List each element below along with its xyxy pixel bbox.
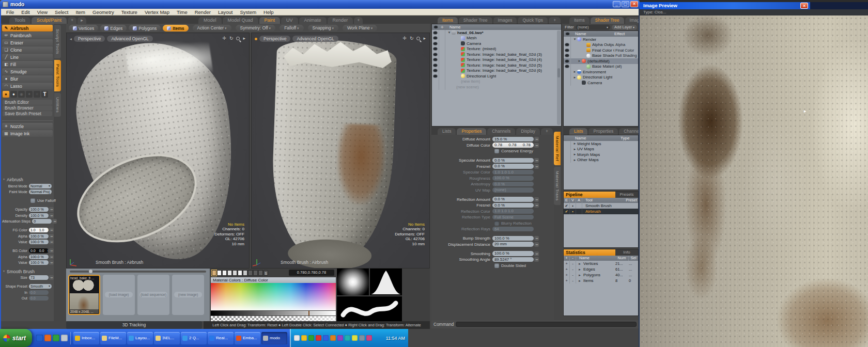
tray-icon[interactable] [294, 335, 300, 341]
stepper-density[interactable] [49, 213, 54, 218]
statistics-row-polygons[interactable]: +-►Polygons40...... [564, 272, 638, 278]
list-row-other-maps[interactable]: ►Other Maps [564, 157, 638, 163]
item-row-directional-light[interactable]: Directional Light [432, 73, 561, 79]
statistics-row-items[interactable]: +-►Items80 [564, 278, 638, 283]
dropdown-work-plane[interactable]: Work Plane [343, 25, 377, 31]
tab-shader-tree[interactable]: Shader Tree [591, 17, 624, 24]
shader-row-final-color-output[interactable]: Final Color OutputFinal Color [564, 48, 638, 53]
task-filem[interactable]: FileM... [100, 332, 126, 344]
mode-polygons[interactable]: Polygons [129, 25, 161, 31]
tray-icon[interactable] [345, 335, 350, 341]
tab-channels[interactable]: Channels [619, 128, 639, 135]
viewport-menu-icon[interactable]: ▸ [243, 36, 245, 41]
item-row-texture-mixed[interactable]: Texture: (mixed) [432, 46, 561, 52]
menu-edit[interactable]: Edit [18, 9, 33, 15]
stepper-fg-color[interactable] [49, 228, 54, 232]
expander-icon[interactable]: ► [576, 268, 583, 271]
field-bg-color[interactable]: 0.0 0.0 0.0 [29, 248, 49, 253]
color-swatch[interactable] [212, 270, 216, 276]
field-value[interactable]: 100.0 % [29, 260, 49, 265]
tray-icon[interactable] [301, 335, 307, 341]
rotate-icon[interactable]: ↻ [229, 36, 234, 41]
menu-item[interactable]: Item [72, 9, 89, 15]
stepper-smoothing[interactable] [534, 251, 539, 256]
shader-row-base-shader[interactable]: Base ShaderFull Shading [564, 53, 638, 59]
menu-vertex-map[interactable]: Vertex Map [141, 9, 173, 15]
expander-icon[interactable]: ► [572, 70, 577, 73]
tab-tools[interactable]: Tools [9, 17, 30, 24]
field-specular-amount[interactable]: 0.0 % [492, 158, 534, 163]
menu-help[interactable]: Help [260, 9, 277, 15]
add-selection-button[interactable]: + [564, 278, 570, 283]
expander-icon[interactable]: ▼ [572, 38, 577, 41]
tab-sculpt-paint[interactable]: Sculpt/Paint [32, 17, 67, 24]
dropdown-falloff[interactable]: Falloff [280, 25, 303, 31]
enable-check[interactable]: ✔ [564, 209, 570, 214]
item-row-new-item[interactable]: (new item) [432, 79, 561, 85]
tab-model[interactable]: Model [198, 17, 222, 24]
menu-layout[interactable]: Layout [214, 9, 237, 15]
slider-knob[interactable] [89, 270, 92, 273]
side-tab-sculpt-tools[interactable]: Sculpt Tools [54, 25, 61, 58]
statistics-row-vertices[interactable]: +-►Vertices21...... [564, 261, 638, 266]
tab-properties[interactable]: Properties [457, 128, 486, 135]
tab-lists[interactable]: Lists [569, 128, 587, 135]
expander-icon[interactable]: ► [576, 279, 583, 282]
tool-lasso[interactable]: Lasso [2, 83, 53, 89]
tool-clone[interactable]: Clone [2, 46, 53, 53]
task-emba[interactable]: Emba... [235, 332, 260, 344]
tab-items[interactable]: Items [438, 17, 458, 24]
quick-launch-icon[interactable] [61, 335, 68, 341]
field-specular-color[interactable]: 1.0 1.0 1.0 [492, 170, 534, 175]
value-gradient-bar[interactable] [211, 311, 336, 316]
zoom-icon[interactable] [416, 37, 420, 40]
layout-tab-add[interactable]: + [68, 17, 76, 24]
expander-icon[interactable]: ► [572, 148, 577, 151]
brush-tip-soft-icon[interactable] [18, 91, 25, 98]
visibility-eye-icon[interactable] [565, 60, 569, 62]
list-row-weight-maps[interactable]: ►Weight Maps [564, 141, 638, 147]
task-3-el[interactable]: 3\EL... [154, 332, 180, 344]
stepper-alpha[interactable] [49, 255, 54, 259]
item-row-texture-image-head-bake-final-02d-4[interactable]: Texture: Image: head_bake_final_02d (4) [432, 57, 561, 63]
field-diffuse-color[interactable]: 0.78 0.78 0.78 [492, 143, 534, 148]
statistics-title[interactable]: Statistics [564, 249, 615, 256]
field-fresnel[interactable]: 0.0 % [492, 164, 534, 169]
tool-smudge[interactable]: Smudge [2, 68, 53, 75]
dropdown-blend-mode[interactable]: Normal [29, 184, 52, 188]
field-attenuation-steps[interactable]: 0 [32, 219, 52, 224]
stepper-fresnel[interactable] [534, 203, 539, 208]
color-swatch[interactable] [248, 270, 253, 276]
checkbox-blurry-reflection[interactable] [494, 221, 499, 226]
stepper-size[interactable] [49, 275, 54, 280]
task-2-q[interactable]: 2 Q... [181, 332, 207, 344]
tab-properties[interactable]: Properties [588, 128, 618, 135]
dropdown-symmetry-off[interactable]: Symmetry: Off [236, 25, 276, 31]
tab-images[interactable]: Images [625, 17, 639, 24]
tab-animate[interactable]: Animate [299, 17, 327, 24]
visibility-eye-icon[interactable] [433, 48, 437, 50]
layout-tab-scroll[interactable]: ▸ [78, 17, 86, 24]
title-bar[interactable]: modo _ ▢ ✕ [0, 0, 640, 9]
start-button[interactable]: start [0, 329, 32, 347]
stepper-smoothing-angle[interactable] [534, 257, 539, 262]
field-density[interactable]: 100.0 % [29, 213, 49, 218]
stepper-fresnel[interactable] [534, 164, 539, 169]
items-tab-add[interactable]: + [549, 17, 561, 24]
visibility-eye-icon[interactable] [433, 69, 437, 72]
remove-selection-button[interactable]: - [570, 272, 576, 278]
list-row-morph-maps[interactable]: ►Morph Maps [564, 152, 638, 157]
viewport-shading-mode[interactable]: Advanced OpenGL [292, 36, 338, 42]
stepper-opacity[interactable] [49, 207, 54, 212]
remove-selection-button[interactable]: - [570, 266, 576, 272]
brush-editor-button[interactable]: Brush Editor [3, 100, 52, 105]
visible-dot[interactable]: • [570, 203, 576, 209]
brush-tip-star2-icon[interactable] [34, 91, 40, 98]
preview-type-dropdown[interactable]: Type: Clos... [640, 9, 868, 15]
mode-edges[interactable]: Edges [100, 25, 127, 31]
tab-display[interactable]: Display [516, 128, 540, 135]
tool-airbrush[interactable]: Airbrush [2, 25, 53, 31]
menu-system[interactable]: System [236, 9, 260, 15]
layout-tab-add[interactable]: + [354, 17, 363, 24]
shader-row-base-material[interactable]: Base Material(all) [564, 64, 638, 70]
